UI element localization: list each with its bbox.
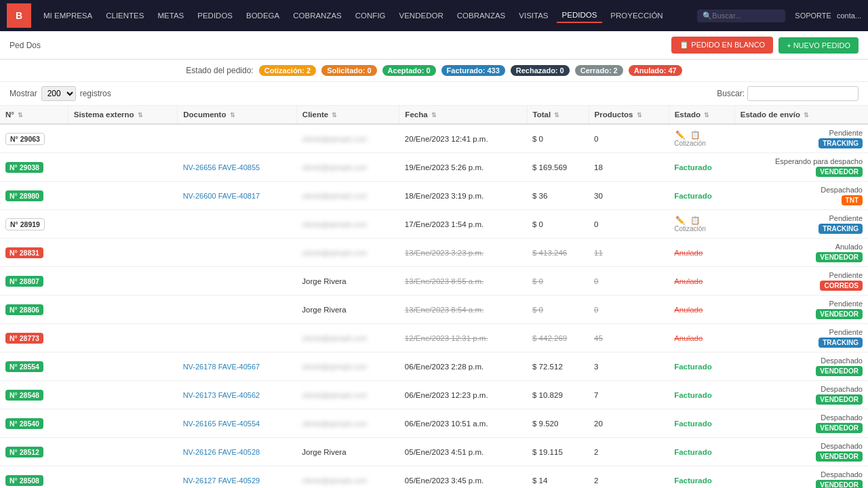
document-link[interactable]: NV-26126 FAVE-40528	[183, 448, 260, 456]
order-number-badge[interactable]: N° 28831	[5, 247, 43, 258]
cell-fecha: 13/Ene/2023 8:54 a.m.	[399, 296, 527, 324]
copy-icon[interactable]: 📋	[690, 216, 700, 225]
nav-pedidos[interactable]: PEDIDOS	[192, 9, 238, 22]
cell-sistema	[68, 409, 177, 438]
cell-documento: NV-26126 FAVE-40528	[178, 438, 297, 466]
col-envio[interactable]: Estado de envío ⇅	[734, 106, 868, 124]
client-name: cliente@ejemplo.com	[302, 335, 367, 342]
table-row: N° 28831cliente@ejemplo.com13/Ene/2023 3…	[0, 239, 868, 267]
order-number-badge[interactable]: N° 28554	[5, 361, 43, 372]
envio-badge[interactable]: VENDEDOR	[816, 167, 863, 177]
col-sistema[interactable]: Sistema externo ⇅	[68, 106, 177, 124]
col-documento[interactable]: Documento ⇅	[178, 106, 297, 124]
order-number-badge[interactable]: N° 28540	[5, 418, 43, 429]
badge-anulado[interactable]: Anulado: 47	[629, 65, 682, 76]
envio-badge[interactable]: VENDEDOR	[816, 394, 863, 405]
order-number-badge[interactable]: N° 28806	[5, 304, 43, 315]
cell-total: $ 442.269	[527, 324, 589, 352]
nav-cobranzas[interactable]: COBRANZAS	[288, 9, 347, 22]
nav-metas[interactable]: METAS	[152, 9, 189, 22]
document-link[interactable]: NV-26165 FAVE-40554	[183, 420, 260, 428]
cell-estado: Anulado	[669, 267, 734, 296]
document-link[interactable]: NV-26178 FAVE-40567	[183, 363, 260, 371]
toolbar: Mostrar 200 50 100 500 registros Buscar:	[0, 82, 868, 106]
table-row: N° 28773cliente@ejemplo.com12/Ene/2023 1…	[0, 324, 868, 352]
toolbar-search-input[interactable]	[747, 86, 859, 101]
edit-icon[interactable]: ✏️	[675, 130, 685, 140]
envio-badge[interactable]: VENDEDOR	[816, 366, 863, 376]
badge-rechazado[interactable]: Rechazado: 0	[511, 65, 570, 76]
order-number-badge[interactable]: N° 28508	[5, 475, 43, 486]
badge-cotizacion[interactable]: Cotización: 2	[259, 65, 316, 76]
order-number-badge[interactable]: N° 28807	[5, 276, 43, 287]
envio-badge[interactable]: VENDEDOR	[816, 252, 863, 262]
order-number-badge[interactable]: N° 29038	[5, 162, 43, 173]
nav-cobranzas2[interactable]: COBRANZAS	[452, 9, 511, 22]
client-name: cliente@ejemplo.com	[302, 363, 367, 371]
envio-badge[interactable]: VENDEDOR	[816, 451, 863, 462]
cell-estado: ✏️📋Cotización	[669, 210, 734, 239]
badge-solicitado[interactable]: Solicitado: 0	[321, 65, 376, 76]
client-name: cliente@ejemplo.com	[302, 392, 367, 399]
cell-envio: DespachadoVENDEDOR	[734, 409, 868, 438]
cell-estado: ✏️📋Cotización	[669, 124, 734, 153]
badge-facturado[interactable]: Facturado: 433	[441, 65, 505, 76]
envio-text: Despachado	[821, 470, 863, 479]
envio-badge[interactable]: TNT	[842, 195, 863, 205]
badge-aceptado[interactable]: Aceptado: 0	[382, 65, 436, 76]
cell-num: N° 28807	[0, 267, 68, 296]
nav-visitas[interactable]: VISITAS	[513, 9, 553, 22]
order-number-badge[interactable]: N° 28980	[5, 190, 43, 201]
cell-num: N° 28508	[0, 466, 68, 489]
col-productos[interactable]: Productos ⇅	[589, 106, 669, 124]
badge-cerrado[interactable]: Cerrado: 2	[575, 65, 623, 76]
support-label[interactable]: SOPORTE	[795, 12, 831, 20]
envio-badge[interactable]: TRACKING	[818, 338, 863, 348]
col-total[interactable]: Total ⇅	[527, 106, 589, 124]
cell-num: N° 28554	[0, 352, 68, 381]
pedido-en-blanco-button[interactable]: 📋 PEDIDO EN BLANCO	[671, 37, 773, 54]
col-cliente[interactable]: Cliente ⇅	[296, 106, 399, 124]
nav-config[interactable]: CONFIG	[350, 9, 391, 22]
order-number-badge[interactable]: N° 28512	[5, 447, 43, 458]
nav-clientes[interactable]: CLIENTES	[100, 9, 149, 22]
envio-badge[interactable]: CORREOS	[820, 281, 863, 291]
nav-mi-empresa[interactable]: MI EMPRESA	[38, 9, 98, 22]
document-link[interactable]: NV-26656 FAVE-40855	[183, 163, 260, 171]
envio-badge[interactable]: VENDEDOR	[816, 480, 863, 488]
table-row: N° 28919cliente@ejemplo.com17/Ene/2023 1…	[0, 210, 868, 239]
document-link[interactable]: NV-26600 FAVE-40817	[183, 192, 260, 200]
document-link[interactable]: NV-26127 FAVE-40529	[183, 476, 260, 485]
nav-bodega[interactable]: BODEGA	[241, 9, 285, 22]
order-number-badge[interactable]: N° 28919	[5, 218, 45, 230]
nuevo-pedido-button[interactable]: + NUEVO PEDIDO	[778, 37, 859, 54]
cell-sistema	[68, 210, 177, 239]
col-num[interactable]: N° ⇅	[0, 106, 68, 124]
document-link[interactable]: NV-26173 FAVE-40562	[183, 391, 260, 399]
cell-total: $ 0	[527, 267, 589, 296]
order-number-badge[interactable]: N° 29063	[5, 133, 45, 145]
order-number-badge[interactable]: N° 28548	[5, 390, 43, 401]
copy-icon[interactable]: 📋	[690, 130, 700, 140]
nav-pedidos-active[interactable]: PEDIDOS	[557, 8, 603, 23]
cell-cliente: cliente@ejemplo.com	[296, 182, 399, 210]
edit-icon[interactable]: ✏️	[675, 216, 685, 225]
cell-envio: AnuladoVENDEDOR	[734, 239, 868, 267]
col-fecha[interactable]: Fecha ⇅	[399, 106, 527, 124]
envio-badge[interactable]: TRACKING	[818, 224, 863, 234]
page-title: Ped Dos	[9, 41, 41, 50]
nav-vendedor[interactable]: VENDEDOR	[394, 9, 449, 22]
cell-fecha: 06/Ene/2023 12:23 p.m.	[399, 381, 527, 409]
client-name: Jorge Rivera	[296, 296, 399, 324]
table-row: N° 28554NV-26178 FAVE-40567cliente@ejemp…	[0, 352, 868, 381]
cell-total: $ 14	[527, 466, 589, 489]
order-number-badge[interactable]: N° 28773	[5, 333, 43, 344]
envio-badge[interactable]: TRACKING	[818, 138, 863, 148]
search-input[interactable]	[712, 12, 780, 20]
records-select[interactable]: 200 50 100 500	[41, 86, 76, 101]
nav-proyeccion[interactable]: PROYECCIÓN	[605, 9, 668, 22]
envio-badge[interactable]: VENDEDOR	[816, 423, 863, 433]
col-estado[interactable]: Estado ⇅	[669, 106, 734, 124]
envio-badge[interactable]: VENDEDOR	[816, 309, 863, 319]
contact-label: conta...	[837, 12, 861, 20]
